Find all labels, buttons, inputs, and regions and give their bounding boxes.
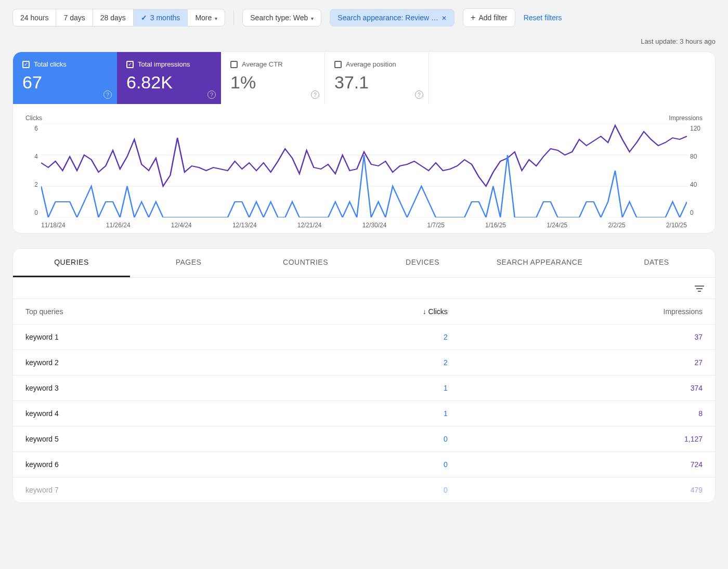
- date-range-28d[interactable]: 28 days: [93, 9, 134, 26]
- tab-search-appearance[interactable]: SEARCH APPEARANCE: [481, 249, 598, 277]
- col-clicks-label: Clicks: [428, 307, 448, 316]
- y-tick: 80: [690, 153, 703, 160]
- metric-label: Average CTR: [242, 60, 283, 68]
- date-range-more[interactable]: More: [188, 9, 225, 26]
- x-tick: 1/24/25: [547, 222, 567, 229]
- y-tick: 6: [25, 125, 38, 132]
- y-left-title: Clicks: [25, 114, 42, 122]
- chart-plot[interactable]: [41, 124, 687, 217]
- chart: Clicks Impressions 6 4 2 0: [13, 104, 715, 233]
- checkbox-icon: [334, 61, 342, 68]
- table-row[interactable]: keyword 60724: [13, 452, 715, 477]
- x-tick: 12/30/24: [362, 222, 387, 229]
- y-tick: 40: [690, 181, 703, 188]
- metric-average-ctr[interactable]: Average CTR 1% ?: [221, 52, 325, 104]
- y-tick: 2: [25, 181, 38, 188]
- metric-label: Total clicks: [34, 60, 67, 68]
- cell-query: keyword 5: [13, 426, 262, 452]
- y-right-title: Impressions: [669, 114, 703, 122]
- metric-value: 1%: [230, 72, 315, 93]
- table-row[interactable]: keyword 501,127: [13, 426, 715, 452]
- col-clicks[interactable]: Clicks: [262, 299, 460, 325]
- tab-pages[interactable]: PAGES: [130, 249, 247, 277]
- search-type-chip[interactable]: Search type: Web: [242, 9, 321, 27]
- last-update-text: Last update: 3 hours ago: [12, 37, 716, 45]
- performance-card: Total clicks 67 ? Total impressions 6.82…: [12, 51, 716, 234]
- help-icon[interactable]: ?: [103, 90, 112, 99]
- table-row[interactable]: keyword 2227: [13, 350, 715, 376]
- cell-query: keyword 1: [13, 325, 262, 350]
- cell-impressions: 37: [460, 325, 715, 350]
- date-range-more-label: More: [195, 14, 212, 22]
- date-range-3m-label: 3 months: [150, 14, 180, 22]
- table-row[interactable]: keyword 418: [13, 401, 715, 426]
- cell-query: keyword 7: [13, 477, 262, 503]
- x-tick: 12/13/24: [232, 222, 257, 229]
- y-tick: 120: [690, 125, 703, 132]
- help-icon[interactable]: ?: [207, 90, 216, 99]
- tab-countries[interactable]: COUNTRIES: [247, 249, 364, 277]
- metric-value: 6.82K: [126, 72, 212, 93]
- cell-impressions: 1,127: [460, 426, 715, 452]
- y-tick: 0: [25, 209, 38, 216]
- x-tick: 1/16/25: [485, 222, 506, 229]
- arrow-down-icon: [423, 307, 426, 316]
- reset-filters-button[interactable]: Reset filters: [524, 14, 562, 22]
- metric-value: 37.1: [334, 72, 419, 93]
- date-range-3m[interactable]: 3 months: [134, 9, 188, 26]
- tab-queries[interactable]: QUERIES: [13, 249, 130, 277]
- cell-impressions: 374: [460, 376, 715, 401]
- date-range-7d[interactable]: 7 days: [56, 9, 93, 26]
- checkbox-icon: [22, 61, 30, 68]
- cell-clicks: 0: [262, 426, 460, 452]
- y-tick: 0: [690, 209, 703, 216]
- tab-devices[interactable]: DEVICES: [364, 249, 481, 277]
- breakdown-card: QUERIESPAGESCOUNTRIESDEVICESSEARCH APPEA…: [12, 248, 716, 503]
- table-row[interactable]: keyword 31374: [13, 376, 715, 401]
- x-tick: 2/10/25: [666, 222, 687, 229]
- close-icon[interactable]: [441, 14, 447, 22]
- cell-clicks: 0: [262, 477, 460, 503]
- cell-query: keyword 3: [13, 376, 262, 401]
- cell-impressions: 27: [460, 350, 715, 376]
- cell-clicks: 0: [262, 452, 460, 477]
- cell-query: keyword 4: [13, 401, 262, 426]
- cell-impressions: 724: [460, 452, 715, 477]
- metric-value: 67: [22, 72, 108, 93]
- x-tick: 12/4/24: [171, 222, 192, 229]
- cell-impressions: 479: [460, 477, 715, 503]
- metrics-row: Total clicks 67 ? Total impressions 6.82…: [13, 52, 715, 104]
- x-tick: 1/7/25: [427, 222, 444, 229]
- plus-icon: [471, 13, 475, 22]
- check-icon: [141, 14, 147, 22]
- metric-total-clicks[interactable]: Total clicks 67 ?: [13, 52, 117, 104]
- metric-label: Average position: [346, 60, 396, 68]
- search-type-label: Search type: Web: [250, 14, 308, 22]
- search-appearance-label: Search appearance: Review …: [337, 14, 438, 22]
- x-tick: 11/26/24: [106, 222, 131, 229]
- y-tick: 4: [25, 153, 38, 160]
- metric-average-position[interactable]: Average position 37.1 ?: [325, 52, 429, 104]
- dropdown-icon: [215, 14, 217, 22]
- help-icon[interactable]: ?: [415, 90, 423, 99]
- cell-clicks: 1: [262, 401, 460, 426]
- table-row[interactable]: keyword 1237: [13, 325, 715, 350]
- y-axis-left: 6 4 2 0: [25, 124, 41, 217]
- filter-icon[interactable]: [694, 284, 705, 292]
- queries-table: Top queries Clicks Impressions keyword 1…: [13, 299, 715, 502]
- checkbox-icon: [126, 61, 134, 68]
- cell-query: keyword 2: [13, 350, 262, 376]
- tab-dates[interactable]: DATES: [598, 249, 715, 277]
- table-row[interactable]: keyword 70479: [13, 477, 715, 503]
- add-filter-button[interactable]: Add filter: [463, 8, 515, 27]
- cell-clicks: 1: [262, 376, 460, 401]
- cell-impressions: 8: [460, 401, 715, 426]
- col-query[interactable]: Top queries: [13, 299, 262, 325]
- help-icon[interactable]: ?: [311, 90, 319, 99]
- dropdown-icon: [311, 14, 314, 22]
- search-appearance-chip[interactable]: Search appearance: Review …: [330, 9, 454, 27]
- col-impressions[interactable]: Impressions: [460, 299, 715, 325]
- date-range-24h[interactable]: 24 hours: [13, 9, 56, 26]
- x-tick: 12/21/24: [297, 222, 322, 229]
- metric-total-impressions[interactable]: Total impressions 6.82K ?: [117, 52, 221, 104]
